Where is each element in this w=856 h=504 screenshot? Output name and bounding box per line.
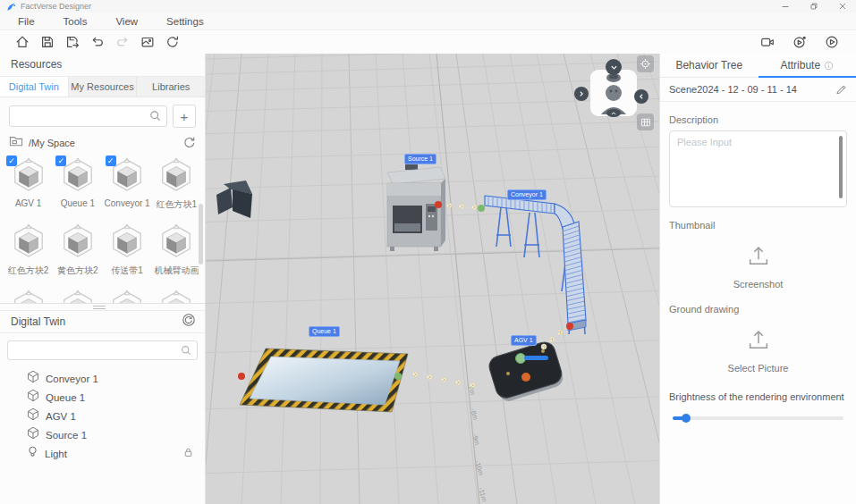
menu-view[interactable]: View xyxy=(101,16,152,27)
lock-icon[interactable] xyxy=(182,446,194,462)
panel-splitter-handle[interactable] xyxy=(0,303,205,310)
waypoint-dot xyxy=(470,382,475,388)
resources-scrollbar[interactable] xyxy=(199,204,203,265)
resource-cube-icon xyxy=(159,289,193,303)
twin-item-source-1[interactable]: Source 1 xyxy=(0,425,205,444)
add-resource-button[interactable]: + xyxy=(173,105,196,128)
resource-item-queue-1[interactable]: ✓Queue 1 xyxy=(53,156,102,223)
waypoint-dot xyxy=(412,372,418,377)
resource-path[interactable]: /My Space xyxy=(29,138,182,148)
undo-icon[interactable] xyxy=(86,33,109,51)
screenshot-upload-area[interactable]: Screenshot xyxy=(669,236,847,295)
queue-3d-object[interactable] xyxy=(240,349,408,412)
home-icon[interactable] xyxy=(11,33,34,51)
upload-icon xyxy=(746,329,771,355)
tab-digital-twin[interactable]: Digital Twin xyxy=(0,77,69,97)
record-icon[interactable] xyxy=(788,33,811,51)
checked-checkbox-icon[interactable]: ✓ xyxy=(106,155,116,166)
collapse-refresh-icon[interactable] xyxy=(182,313,196,331)
menu-settings[interactable]: Settings xyxy=(152,16,218,27)
waypoint-dot xyxy=(459,204,464,209)
menu-file[interactable]: File xyxy=(0,16,49,27)
grid-view-button[interactable] xyxy=(637,113,654,130)
gizmo-collapse-button[interactable] xyxy=(606,109,621,117)
resource-item-partial[interactable] xyxy=(53,289,102,303)
resource-item-label: Queue 1 xyxy=(61,198,95,208)
resource-grid: ✓AGV 1✓Queue 1✓Conveyor 1红色方块1红色方块2黄色方块2… xyxy=(0,153,205,303)
title-bar: FactVerse Designer xyxy=(0,0,856,13)
gizmo-rotate-left-button[interactable] xyxy=(574,87,589,101)
gizmo-rotate-right-button[interactable] xyxy=(634,89,648,104)
resource-item-partial[interactable] xyxy=(152,289,201,303)
edit-pencil-icon[interactable] xyxy=(835,81,847,97)
gizmo-rotate-up-button[interactable] xyxy=(606,59,622,75)
scene-label-queue[interactable]: Queue 1 xyxy=(309,326,340,337)
resources-search-input[interactable] xyxy=(9,105,167,127)
play-icon[interactable] xyxy=(820,33,843,51)
scene-label-source[interactable]: Source 1 xyxy=(404,154,436,164)
resources-tabs: Digital TwinMy ResourcesLibraries xyxy=(0,77,205,97)
resource-item-label: Conveyor 1 xyxy=(105,198,150,208)
twin-item-light[interactable]: Light xyxy=(0,444,205,463)
waypoint-dot xyxy=(446,203,452,208)
scene-viewport[interactable]: -7m-8m-9m-10m-11m xyxy=(206,54,659,504)
digital-twin-search-input[interactable] xyxy=(7,340,198,360)
scene-name: Scene2024 - 12 - 09 - 11 - 14 xyxy=(669,84,835,95)
minimize-button[interactable] xyxy=(777,1,793,12)
twin-item-queue-1[interactable]: Queue 1 xyxy=(0,388,205,407)
redo-icon[interactable] xyxy=(111,33,134,51)
maximize-button[interactable] xyxy=(806,1,822,12)
tab-attribute[interactable]: Attribute xyxy=(759,54,856,77)
brightness-track[interactable] xyxy=(673,416,843,420)
resource-item-partial[interactable] xyxy=(4,289,53,303)
resource-item-2[interactable]: 黄色方块2 xyxy=(53,223,102,289)
checked-checkbox-icon[interactable]: ✓ xyxy=(6,155,17,166)
twin-item-agv-1[interactable]: AGV 1 xyxy=(0,407,205,425)
description-textarea[interactable] xyxy=(669,130,847,207)
scene-label-agv[interactable]: AGV 1 xyxy=(511,335,537,346)
resource-item-label: 机械臂动画 xyxy=(154,265,199,277)
waypoint-dot xyxy=(455,380,461,385)
brightness-handle[interactable] xyxy=(682,414,691,423)
resources-sidebar: Resources Digital TwinMy ResourcesLibrar… xyxy=(0,54,206,504)
resource-cube-icon xyxy=(110,289,144,303)
cube-icon xyxy=(27,426,39,443)
capture-icon[interactable] xyxy=(136,33,159,51)
search-icon xyxy=(148,109,162,126)
twin-item-label: Source 1 xyxy=(46,430,194,441)
description-scrollbar[interactable] xyxy=(839,136,843,198)
twin-item-label: Queue 1 xyxy=(46,392,194,403)
checked-checkbox-icon[interactable]: ✓ xyxy=(55,155,66,166)
menu-tools[interactable]: Tools xyxy=(49,16,102,27)
tab-behavior-tree[interactable]: Behavior Tree xyxy=(660,54,759,77)
refresh-icon[interactable] xyxy=(182,135,196,152)
close-button[interactable] xyxy=(835,1,851,12)
tab-my-resources[interactable]: My Resources xyxy=(69,77,138,97)
resource-item-1[interactable]: 传送带1 xyxy=(103,223,152,289)
waypoint-dot xyxy=(471,205,477,210)
video-icon[interactable] xyxy=(756,33,779,51)
tab-libraries[interactable]: Libraries xyxy=(137,77,205,97)
resource-item-partial[interactable] xyxy=(103,289,152,303)
sync-icon[interactable] xyxy=(161,33,184,51)
resource-item-item[interactable]: 机械臂动画 xyxy=(152,223,201,289)
scene-label-conveyor[interactable]: Conveyor 1 xyxy=(507,189,547,200)
resource-item-agv-1[interactable]: ✓AGV 1 xyxy=(4,156,53,223)
red-status-dot xyxy=(566,323,573,330)
save-as-icon[interactable] xyxy=(61,33,84,51)
resource-item-2[interactable]: 红色方块2 xyxy=(4,223,53,289)
twin-item-conveyor-1[interactable]: Conveyor 1 xyxy=(0,369,205,388)
focus-target-button[interactable] xyxy=(637,55,654,72)
save-icon[interactable] xyxy=(36,33,59,51)
resource-item-label: 红色方块2 xyxy=(8,265,49,277)
brightness-label: Brightness of the rendering environment xyxy=(669,391,847,402)
brightness-slider[interactable] xyxy=(669,409,847,425)
resource-cube-icon xyxy=(12,223,46,262)
thumbnail-label: Thumbnail xyxy=(669,220,847,231)
resource-item-1[interactable]: 红色方块1 xyxy=(152,156,201,223)
resource-item-conveyor-1[interactable]: ✓Conveyor 1 xyxy=(103,156,152,223)
main-toolbar xyxy=(0,30,856,55)
resource-cube-icon xyxy=(110,223,144,262)
ground-drawing-upload-area[interactable]: Select Picture xyxy=(669,320,847,379)
app-logo-icon xyxy=(6,2,16,12)
